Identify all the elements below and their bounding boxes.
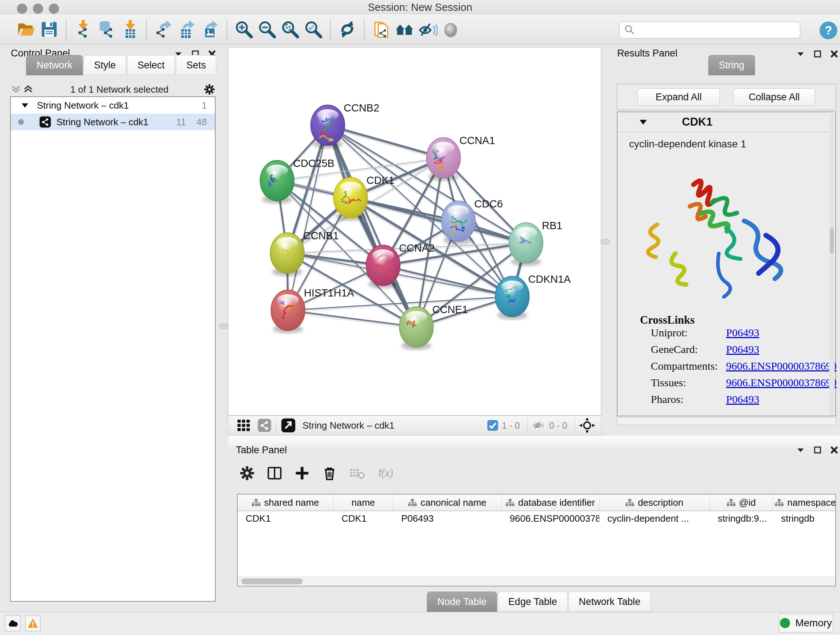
tab-network[interactable]: Network bbox=[26, 55, 83, 75]
column-header-database-identifier[interactable]: database identifier bbox=[502, 494, 600, 510]
cell-name[interactable]: CDK1 bbox=[333, 511, 393, 526]
toolbar-separator bbox=[226, 19, 227, 40]
cell-shared-name[interactable]: CDK1 bbox=[238, 511, 333, 526]
right-splitter-handle[interactable] bbox=[600, 239, 610, 244]
help-button[interactable]: ? bbox=[818, 20, 838, 41]
import-network-database-button[interactable] bbox=[95, 18, 118, 41]
close-panel-icon[interactable] bbox=[830, 446, 838, 454]
tab-string[interactable]: String bbox=[708, 55, 755, 75]
save-session-button[interactable] bbox=[38, 18, 61, 41]
add-column-icon[interactable] bbox=[294, 465, 310, 481]
zoom-fit-button[interactable] bbox=[279, 18, 302, 41]
export-image-button[interactable] bbox=[198, 18, 221, 41]
crosslink-link[interactable]: P06493 bbox=[726, 326, 759, 339]
network-collection-row[interactable]: String Network – cdk1 1 bbox=[11, 97, 215, 114]
gene-header-row[interactable]: CDK1 bbox=[617, 112, 835, 132]
crosslink-link[interactable]: 9606.ENSP00000378699 bbox=[726, 377, 837, 389]
home-button[interactable] bbox=[393, 18, 416, 41]
close-panel-icon[interactable] bbox=[830, 50, 838, 58]
tab-node-table[interactable]: Node Table bbox=[427, 592, 497, 612]
network-share-icon[interactable] bbox=[257, 418, 272, 432]
column-header-name[interactable]: name bbox=[333, 494, 393, 510]
tab-edge-table[interactable]: Edge Table bbox=[498, 592, 568, 612]
cloud-button[interactable] bbox=[5, 616, 20, 631]
zoom-out-button[interactable] bbox=[256, 18, 279, 41]
network-node-RB1[interactable]: RB1 bbox=[509, 220, 562, 266]
split-columns-icon[interactable] bbox=[266, 465, 283, 481]
clone-network-button[interactable] bbox=[370, 18, 393, 41]
column-header-shared-name[interactable]: shared name bbox=[238, 494, 333, 510]
import-network-button[interactable] bbox=[72, 18, 95, 41]
preview-icon bbox=[441, 20, 460, 39]
network-edge[interactable] bbox=[288, 125, 328, 310]
preview-button[interactable] bbox=[439, 18, 462, 41]
network-edge[interactable] bbox=[288, 310, 416, 327]
left-splitter-handle[interactable] bbox=[219, 324, 229, 329]
crosslink-link[interactable]: 9606.ENSP00000378699 bbox=[726, 360, 837, 372]
node-label: CDK1 bbox=[366, 174, 394, 186]
zoom-selected-button[interactable] bbox=[302, 18, 325, 41]
tab-sets[interactable]: Sets bbox=[176, 55, 216, 75]
network-node-CCNE1[interactable]: CCNE1 bbox=[399, 304, 468, 350]
column-header-canonical-name[interactable]: canonical name bbox=[393, 494, 502, 510]
table-tabs: Node TableEdge TableNetwork Table bbox=[427, 592, 652, 612]
network-node-CDC6[interactable]: CDC6 bbox=[441, 198, 503, 244]
column-header-description[interactable]: description bbox=[600, 494, 710, 510]
tab-style[interactable]: Style bbox=[84, 55, 126, 75]
expand-all-button[interactable]: Expand All bbox=[638, 88, 720, 106]
network-node-CCNA1[interactable]: CCNA1 bbox=[426, 135, 495, 181]
memory-button[interactable]: Memory bbox=[779, 614, 833, 632]
network-canvas[interactable]: CCNB2CCNA1CDC25BCDK1CDC6RB1CCNB1CCNA2CDK… bbox=[228, 47, 601, 416]
crosslink-link[interactable]: P06493 bbox=[726, 343, 759, 356]
collapse-panel-icon[interactable] bbox=[796, 445, 805, 455]
control-panel-tabs: NetworkStyleSelectSets bbox=[26, 55, 217, 75]
tab-select[interactable]: Select bbox=[127, 55, 175, 75]
cloud-icon bbox=[6, 618, 19, 629]
table-hscrollbar[interactable] bbox=[238, 577, 835, 586]
refresh-button[interactable] bbox=[336, 18, 359, 41]
gear-icon[interactable] bbox=[239, 465, 256, 481]
column-label: description bbox=[638, 497, 684, 508]
network-node-HIST1H1A[interactable]: HIST1H1A bbox=[271, 287, 354, 333]
zoom-in-button[interactable] bbox=[232, 18, 256, 41]
collapse-panel-icon[interactable] bbox=[796, 49, 805, 59]
delete-column-icon[interactable] bbox=[321, 465, 338, 481]
collapse-expand-chevrons[interactable] bbox=[10, 84, 35, 95]
crosslink-link[interactable]: P06493 bbox=[726, 393, 759, 405]
network-node-CDKN1A[interactable]: CDKN1A bbox=[495, 273, 571, 320]
open-session-button[interactable] bbox=[14, 18, 38, 41]
hide-panels-button[interactable] bbox=[416, 18, 439, 41]
cell-canonical-name[interactable]: P06493 bbox=[393, 511, 502, 526]
export-network-button[interactable] bbox=[152, 18, 175, 41]
cell-database-identifier[interactable]: 9606.ENSP00000378699 bbox=[502, 511, 600, 526]
gene-caret-icon[interactable] bbox=[638, 119, 648, 126]
float-panel-icon[interactable] bbox=[813, 50, 822, 58]
network-row-selected[interactable]: String Network – cdk1 11 48 bbox=[11, 114, 215, 130]
search-input[interactable] bbox=[636, 22, 800, 38]
crosshair-icon[interactable] bbox=[579, 417, 595, 433]
network-options-gear-icon[interactable] bbox=[203, 83, 216, 96]
collection-caret-icon[interactable] bbox=[21, 102, 29, 109]
cell-description[interactable]: cyclin-dependent ... bbox=[600, 511, 710, 526]
open-external-icon[interactable] bbox=[281, 418, 296, 433]
export-table-button[interactable] bbox=[175, 18, 198, 41]
tab-network-table[interactable]: Network Table bbox=[568, 592, 651, 612]
results-scrollbar-track[interactable] bbox=[829, 114, 835, 415]
column-header-id[interactable]: @id bbox=[710, 494, 773, 510]
cell-namespace[interactable]: stringdb bbox=[773, 511, 836, 526]
node-label: CCNE1 bbox=[432, 304, 468, 315]
birdseye-grid-icon[interactable] bbox=[236, 418, 251, 432]
warnings-button[interactable] bbox=[25, 616, 41, 631]
cell-id[interactable]: stringdb:9... bbox=[710, 511, 773, 526]
collapse-all-button[interactable]: Collapse All bbox=[733, 88, 815, 106]
column-label: database identifier bbox=[518, 497, 595, 508]
network-node-CCNB1[interactable]: CCNB1 bbox=[270, 230, 339, 276]
table-row[interactable]: CDK1CDK1P064939606.ENSP00000378699cyclin… bbox=[238, 511, 835, 526]
column-header-namespace[interactable]: namespace bbox=[773, 494, 836, 510]
float-panel-icon[interactable] bbox=[813, 446, 822, 454]
results-scrollbar-thumb[interactable] bbox=[830, 228, 834, 253]
table-hscroll-thumb[interactable] bbox=[241, 578, 303, 584]
network-node-CDK1[interactable]: CDK1 bbox=[333, 174, 394, 221]
import-table-button[interactable] bbox=[118, 18, 141, 41]
selected-checkbox-icon[interactable] bbox=[486, 419, 499, 432]
